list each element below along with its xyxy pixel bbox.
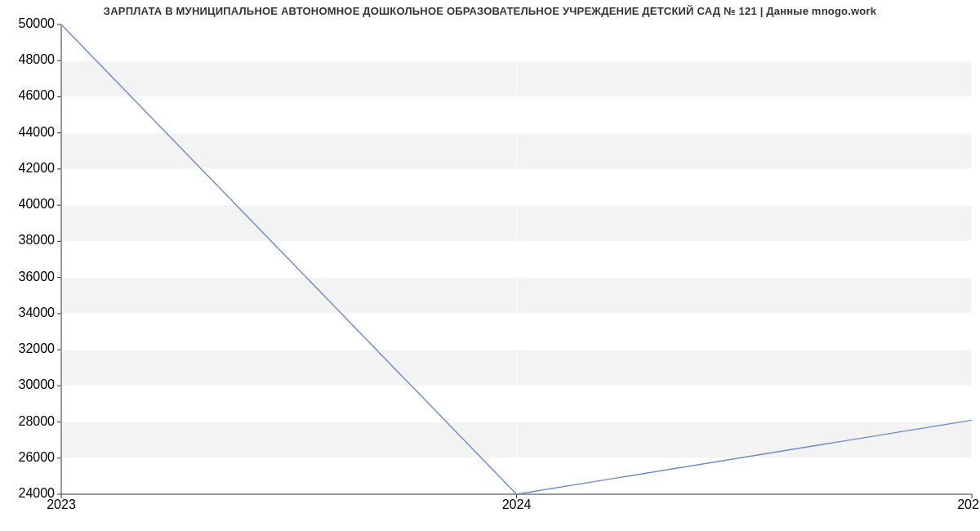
x-tick-label: 2023 <box>47 498 76 511</box>
y-tick-label: 46000 <box>19 88 56 102</box>
chart-title: ЗАРПЛАТА В МУНИЦИПАЛЬНОЕ АВТОНОМНОЕ ДОШК… <box>0 5 980 17</box>
y-tick-label: 38000 <box>19 233 56 247</box>
y-tick-label: 40000 <box>19 197 56 211</box>
y-tick-label: 50000 <box>19 16 56 30</box>
y-tick-label: 44000 <box>19 125 56 139</box>
y-tick-label: 48000 <box>19 52 56 66</box>
y-tick-label: 30000 <box>19 377 56 391</box>
x-tick-label: 2024 <box>502 498 532 511</box>
y-tick-label: 36000 <box>19 270 56 283</box>
y-tick-label: 32000 <box>19 341 56 355</box>
y-tick-label: 42000 <box>19 161 56 175</box>
chart-container: ЗАРПЛАТА В МУНИЦИПАЛЬНОЕ АВТОНОМНОЕ ДОШК… <box>0 0 980 531</box>
x-tick-label: 2025 <box>957 498 980 511</box>
chart-svg: 2400026000280003000032000340003600038000… <box>0 0 980 531</box>
y-tick-label: 28000 <box>19 414 56 428</box>
y-tick-label: 26000 <box>19 450 56 464</box>
y-tick-label: 34000 <box>19 306 56 319</box>
